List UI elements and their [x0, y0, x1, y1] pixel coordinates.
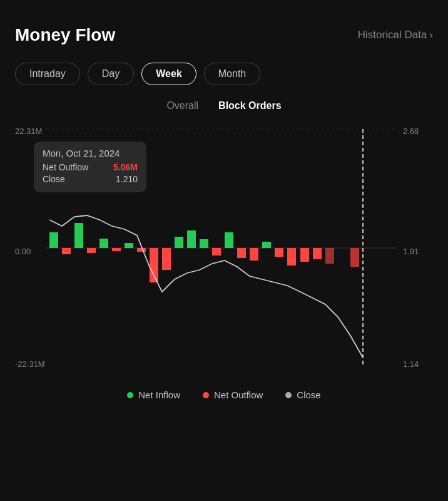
net-inflow-dot [127, 392, 133, 398]
svg-rect-24 [200, 239, 208, 248]
svg-rect-14 [74, 223, 83, 248]
tab-week[interactable]: Week [141, 63, 196, 85]
svg-rect-25 [212, 248, 221, 256]
svg-rect-29 [262, 242, 271, 248]
tooltip-outflow-value: 5.06M [113, 162, 138, 172]
svg-text:22.31M: 22.31M [15, 127, 42, 136]
tab-day[interactable]: Day [88, 63, 134, 85]
tab-bar: Intraday Day Week Month [15, 63, 433, 85]
tooltip-outflow-row: Net Outflow 5.06M [43, 162, 138, 172]
svg-rect-31 [287, 248, 296, 266]
close-label: Close [297, 390, 320, 400]
svg-text:1.91: 1.91 [403, 247, 419, 256]
svg-rect-26 [225, 232, 233, 248]
svg-text:1.14: 1.14 [403, 359, 419, 369]
svg-rect-15 [87, 248, 96, 253]
svg-rect-20 [150, 248, 158, 282]
chart-tooltip: Mon, Oct 21, 2024 Net Outflow 5.06M Clos… [34, 142, 146, 192]
close-dot [285, 392, 292, 398]
svg-rect-32 [300, 248, 309, 262]
svg-rect-34 [325, 248, 334, 264]
legend-net-inflow: Net Inflow [127, 390, 180, 400]
legend-net-outflow: Net Outflow [203, 390, 263, 400]
svg-rect-27 [237, 248, 246, 258]
chart-area: 22.31M 0.00 -22.31M 2.68 1.91 1.14 Jun 1… [15, 123, 433, 373]
historical-data-link[interactable]: Historical Data › [358, 29, 433, 41]
page-title: Money Flow [15, 25, 115, 45]
sub-tab-bar: Overall Block Orders [15, 100, 433, 111]
chart-legend: Net Inflow Net Outflow Close [15, 383, 433, 400]
svg-rect-21 [162, 248, 171, 270]
svg-rect-35 [350, 248, 359, 267]
svg-text:2.68: 2.68 [403, 127, 419, 136]
net-outflow-dot [203, 392, 209, 398]
svg-rect-18 [125, 243, 133, 248]
legend-close: Close [285, 390, 320, 400]
tooltip-date: Mon, Oct 21, 2024 [43, 148, 138, 158]
svg-rect-22 [175, 237, 183, 248]
tooltip-close-value: 1.210 [116, 174, 138, 184]
sub-tab-block-orders[interactable]: Block Orders [218, 100, 281, 111]
header: Money Flow Historical Data › [15, 25, 433, 45]
net-outflow-label: Net Outflow [214, 390, 263, 400]
svg-rect-16 [99, 239, 108, 248]
net-inflow-label: Net Inflow [138, 390, 180, 400]
svg-rect-23 [187, 230, 196, 248]
tooltip-close-label: Close [43, 174, 65, 184]
svg-rect-33 [313, 248, 322, 259]
tooltip-close-row: Close 1.210 [43, 174, 138, 184]
svg-rect-28 [250, 248, 258, 261]
svg-text:0.00: 0.00 [15, 247, 31, 256]
svg-rect-12 [49, 232, 58, 248]
svg-rect-13 [62, 248, 71, 254]
sub-tab-overall[interactable]: Overall [166, 100, 198, 111]
svg-rect-19 [137, 248, 146, 252]
tab-month[interactable]: Month [204, 63, 260, 85]
svg-rect-17 [112, 248, 121, 251]
svg-text:-22.31M: -22.31M [15, 359, 45, 369]
tab-intraday[interactable]: Intraday [15, 63, 80, 85]
svg-rect-30 [275, 248, 283, 257]
tooltip-outflow-label: Net Outflow [43, 162, 88, 172]
